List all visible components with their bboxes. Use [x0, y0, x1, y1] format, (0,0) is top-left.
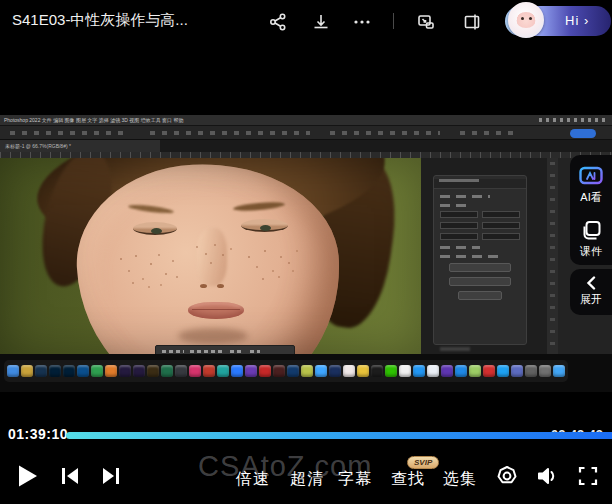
- portrait-nose: [197, 283, 229, 290]
- settings-button[interactable]: [496, 465, 518, 487]
- episodes-button[interactable]: 选集: [443, 469, 477, 490]
- more-dots-icon: [352, 12, 372, 32]
- dock-app-icon: [133, 365, 145, 377]
- portrait-freckles: [0, 158, 2, 160]
- account-button[interactable]: Hi ›: [505, 6, 611, 36]
- video-title: S41E03-中性灰操作与高...: [12, 11, 188, 30]
- ps-panel-button: [449, 263, 511, 272]
- dock-app-icon: [119, 365, 131, 377]
- download-button[interactable]: [311, 12, 331, 32]
- dock-app-icon: [413, 365, 425, 377]
- fullscreen-icon: [578, 466, 598, 486]
- dock-app-icon: [385, 365, 397, 377]
- header-divider: [393, 13, 394, 29]
- video-player-window: S41E03-中性灰操作与高... Hi › Photoshop 2022 文: [0, 0, 612, 504]
- subtitles-button[interactable]: 字幕: [338, 469, 372, 490]
- dock-app-icon: [7, 365, 19, 377]
- picture-in-picture-icon: [416, 12, 436, 32]
- dock-app-icon: [539, 365, 551, 377]
- next-icon: [101, 466, 121, 486]
- dock-app-icon: [287, 365, 299, 377]
- dock-to-side-icon: [462, 12, 482, 32]
- dock-app-icon: [189, 365, 201, 377]
- dock-app-icon: [63, 365, 75, 377]
- chevron-left-icon[interactable]: [579, 275, 603, 291]
- dock-app-icon: [441, 365, 453, 377]
- video-content-area[interactable]: Photoshop 2022 文件 编辑 图像 图层 文字 选择 滤镜 3D 视…: [0, 115, 612, 392]
- ps-faint-text: [440, 347, 470, 351]
- dock-app-icon: [455, 365, 467, 377]
- ai-watch-icon[interactable]: [579, 165, 603, 187]
- dock-app-icon: [371, 365, 383, 377]
- sidebar-item-ai-watch[interactable]: AI看: [580, 190, 601, 205]
- previous-episode-button[interactable]: [60, 466, 80, 486]
- dock-app-icon: [231, 365, 243, 377]
- dock-app-icon: [105, 365, 117, 377]
- dock-app-icon: [91, 365, 103, 377]
- mini-player-button[interactable]: [416, 12, 436, 32]
- avatar: [508, 2, 544, 38]
- ps-canvas-portrait: [0, 158, 421, 354]
- sidebar-item-courseware[interactable]: 课件: [580, 244, 602, 259]
- dock-app-icon: [343, 365, 355, 377]
- portrait-eye: [133, 222, 177, 235]
- ps-panel-button: [449, 277, 511, 286]
- sidebar-item-expand[interactable]: 展开: [580, 292, 602, 307]
- download-icon: [311, 12, 331, 32]
- dock-app-icon: [483, 365, 495, 377]
- dock-app-icon: [49, 365, 61, 377]
- ps-options-bar: [0, 126, 612, 140]
- quality-button[interactable]: 超清: [290, 469, 324, 490]
- fullscreen-button[interactable]: [578, 466, 598, 486]
- dock-app-icon: [511, 365, 523, 377]
- sidebar-overlay: AI看 课件: [570, 155, 612, 265]
- ps-menubar: Photoshop 2022 文件 编辑 图像 图层 文字 选择 滤镜 3D 视…: [0, 115, 612, 125]
- current-time: 01:39:10: [8, 426, 68, 442]
- dock-app-icon: [469, 365, 481, 377]
- dock-app-icon: [245, 365, 257, 377]
- speed-button[interactable]: 倍速: [236, 469, 270, 490]
- courseware-icon[interactable]: [579, 219, 603, 241]
- more-button[interactable]: [352, 12, 372, 32]
- volume-button[interactable]: [535, 464, 559, 488]
- dock-app-icon: [301, 365, 313, 377]
- dock-app-icon: [329, 365, 341, 377]
- dock-app-icon: [147, 365, 159, 377]
- ps-panel-header: [434, 179, 526, 189]
- dock-side-button[interactable]: [462, 12, 482, 32]
- settings-icon: [496, 465, 518, 487]
- ps-floating-panel: [433, 175, 527, 345]
- dock-app-icon: [77, 365, 89, 377]
- dock: [4, 360, 568, 382]
- ps-document-tab: 未标题-1 @ 66.7%(RGB/8#) *: [0, 140, 160, 152]
- ps-tools-strip: [547, 158, 558, 354]
- portrait-face: [72, 158, 346, 354]
- macos-dock-area: [0, 354, 612, 392]
- portrait-eyebrow: [233, 201, 285, 213]
- dock-app-icon: [35, 365, 47, 377]
- dock-app-icon: [217, 365, 229, 377]
- portrait-nose: [197, 228, 227, 286]
- portrait-hair: [30, 158, 124, 293]
- svip-badge: SVIP: [407, 456, 439, 469]
- dock-app-icon: [203, 365, 215, 377]
- progress-bar[interactable]: [66, 432, 612, 439]
- dock-app-icon: [161, 365, 173, 377]
- dock-app-icon: [175, 365, 187, 377]
- account-hi-label: Hi ›: [565, 13, 589, 28]
- dock-app-icon: [21, 365, 33, 377]
- previous-icon: [60, 466, 80, 486]
- dock-app-icon: [399, 365, 411, 377]
- volume-icon: [535, 464, 559, 488]
- play-icon: [17, 464, 39, 488]
- next-episode-button[interactable]: [101, 466, 121, 486]
- dock-app-icon: [357, 365, 369, 377]
- dock-app-icon: [525, 365, 537, 377]
- ps-menubar-status-icons: [539, 118, 609, 122]
- dock-app-icon: [315, 365, 327, 377]
- share-button[interactable]: [268, 12, 288, 32]
- search-button[interactable]: 查找: [391, 469, 425, 490]
- portrait-eye: [241, 219, 288, 232]
- play-button[interactable]: [17, 464, 39, 488]
- portrait-lips: [188, 302, 244, 319]
